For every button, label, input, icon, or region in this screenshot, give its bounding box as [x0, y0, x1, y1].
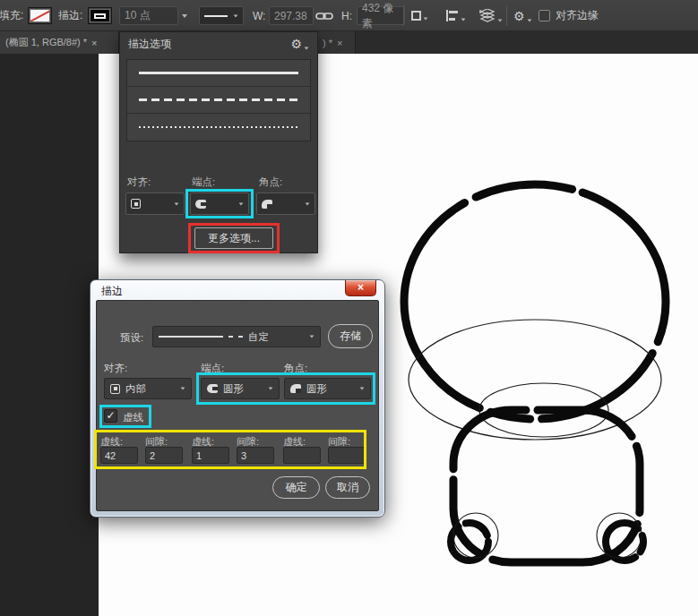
stacked-shapes-icon [479, 9, 495, 22]
panel-menu-button[interactable]: ⚙ [290, 38, 309, 50]
dotted-line-sample [139, 126, 298, 128]
document-tab-title: (椭圆 1, RGB/8#) * [5, 36, 87, 49]
align-inside-icon [131, 199, 141, 209]
width-label: W: [253, 10, 265, 22]
document-tab-partial-title: ) * [323, 38, 332, 48]
dialog-close-button[interactable]: × [345, 280, 376, 296]
photoshop-window: 填充: 描边: 10 点 W: 297.38 [0, 0, 698, 616]
dialog-title: 描边 [101, 284, 123, 299]
preset-dash-sample [238, 336, 243, 338]
chevron-down-icon [175, 202, 179, 205]
round-cap-icon [207, 384, 218, 393]
panel-corners-label: 角点: [259, 175, 282, 189]
dashed-line-sample [139, 98, 298, 101]
align-edges-checkbox[interactable] [539, 10, 550, 21]
check-icon: ✓ [106, 409, 115, 422]
panel-caps-dropdown[interactable] [190, 192, 249, 215]
path-operations-icon [411, 11, 421, 21]
dashed-line-checkbox[interactable]: ✓ [104, 409, 117, 423]
dialog-corners-dropdown[interactable]: 圆形 [284, 378, 371, 399]
solid-line-sample [139, 72, 298, 74]
fill-label: 填充: [0, 8, 23, 23]
gap-value-input[interactable] [237, 447, 274, 464]
stroke-preview-icon [90, 10, 109, 21]
preset-solid-line[interactable] [127, 60, 310, 87]
dialog-corners-value: 圆形 [306, 382, 354, 396]
dash-value-input[interactable] [100, 447, 138, 464]
round-corner-icon [262, 200, 272, 209]
gear-icon: ⚙ [290, 38, 302, 50]
stroke-options-title: 描边选项 [128, 37, 171, 52]
chevron-down-icon [424, 17, 428, 20]
dashed-line-label: 虚线 [123, 411, 143, 424]
options-bar: 填充: 描边: 10 点 W: 297.38 [0, 0, 698, 31]
toolbar-separator [506, 5, 507, 26]
panel-caps-label: 端点: [192, 175, 215, 189]
no-fill-icon [30, 10, 49, 21]
body-outline [453, 410, 640, 562]
preset-dotted-line[interactable] [127, 114, 310, 141]
document-tab[interactable]: (椭圆 1, RGB/8#) * × [0, 31, 119, 54]
stroke-width-value: 10 点 [125, 8, 151, 23]
shape-height-value: 432 像素 [362, 1, 400, 31]
gap-value-input[interactable] [145, 447, 183, 464]
dash-value-input[interactable] [283, 447, 321, 464]
close-icon[interactable]: × [337, 38, 342, 48]
geometry-options-button[interactable]: ⚙ [513, 10, 532, 22]
shape-height-field[interactable]: 432 像素 [357, 6, 405, 25]
chevron-down-icon [305, 47, 309, 49]
align-inside-icon [110, 384, 120, 394]
stroke-label: 描边: [58, 8, 82, 23]
chevron-down-icon [306, 202, 310, 205]
dialog-align-dropdown[interactable]: 内部 [104, 378, 192, 399]
dialog-corners-label: 角点: [284, 362, 307, 375]
save-preset-button[interactable]: 存储 [328, 324, 373, 348]
stroke-type-dropdown[interactable] [199, 6, 244, 25]
dialog-align-label: 对齐: [104, 362, 127, 375]
dialog-caps-dropdown[interactable]: 圆形 [201, 378, 280, 399]
toolbar-separator [403, 5, 404, 26]
shape-width-field[interactable]: 297.38 [269, 6, 314, 25]
ok-button[interactable]: 确定 [272, 476, 320, 499]
panel-align-label: 对齐: [127, 175, 151, 189]
path-arrangement-button[interactable] [479, 9, 503, 22]
close-icon[interactable]: × [91, 38, 97, 48]
stroke-preset-list [126, 59, 311, 141]
height-label: H: [341, 10, 352, 22]
chevron-down-icon [527, 19, 531, 21]
dialog-preset-label: 预设: [120, 331, 143, 345]
chevron-down-icon [461, 18, 466, 21]
panel-align-dropdown[interactable] [125, 192, 185, 215]
dialog-preset-dropdown[interactable]: 自定 [152, 326, 321, 347]
close-icon: × [358, 281, 364, 294]
cancel-button[interactable]: 取消 [325, 476, 370, 499]
chevron-down-icon [269, 387, 273, 389]
round-cap-icon [195, 200, 206, 209]
align-edges-label: 对齐边缘 [556, 8, 599, 23]
gap-value-input[interactable] [328, 447, 366, 464]
stroke-options-panel: 描边选项 ⚙ 对齐: 端点: 角点: 更多选项... [119, 31, 318, 253]
path-alignment-button[interactable] [446, 10, 466, 21]
chevron-down-icon [498, 19, 503, 21]
document-tab-partial[interactable]: ) * × [318, 31, 356, 54]
align-left-icon [446, 10, 459, 21]
panel-corners-dropdown[interactable] [256, 192, 315, 215]
stroke-swatch[interactable] [88, 7, 112, 24]
workspace-background [0, 54, 99, 616]
more-options-button[interactable]: 更多选项... [194, 227, 273, 249]
chevron-down-icon [234, 14, 238, 17]
fill-swatch[interactable] [28, 7, 52, 24]
chevron-down-icon [181, 387, 185, 389]
round-corner-icon [290, 384, 301, 393]
stroke-width-dropdown-arrow[interactable] [182, 14, 187, 18]
chevron-down-icon [360, 387, 365, 389]
chevron-down-icon [239, 202, 244, 205]
document-tab-bar: (椭圆 1, RGB/8#) * × ) * × [0, 31, 698, 54]
solid-line-icon [204, 15, 228, 17]
preset-dashed-line[interactable] [127, 87, 310, 114]
dialog-align-value: 内部 [125, 382, 175, 396]
path-operations-button[interactable] [411, 11, 428, 21]
stroke-width-field[interactable]: 10 点 [119, 6, 178, 25]
link-dimensions-icon[interactable] [315, 11, 333, 21]
dash-value-input[interactable] [192, 447, 229, 464]
